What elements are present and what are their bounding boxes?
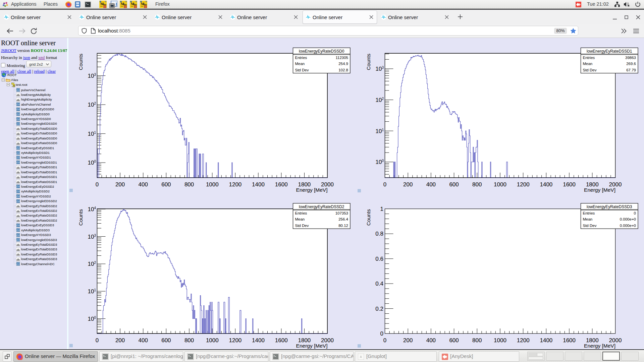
- svg-text:1600: 1600: [275, 181, 288, 188]
- svg-text:1000: 1000: [206, 181, 219, 188]
- svg-text:101: 101: [88, 131, 96, 137]
- svg-text:800: 800: [472, 337, 482, 344]
- svg-text:100: 100: [376, 159, 384, 165]
- svg-text:Entries: Entries: [295, 211, 307, 215]
- svg-text:Std Dev: Std Dev: [583, 224, 597, 228]
- svg-text:Energy [MeV]: Energy [MeV]: [296, 343, 328, 349]
- svg-text:Energy [MeV]: Energy [MeV]: [584, 343, 615, 349]
- svg-text:103: 103: [376, 66, 384, 72]
- svg-text:0: 0: [383, 337, 386, 344]
- svg-text:400: 400: [139, 337, 148, 344]
- svg-text:254.9: 254.9: [338, 62, 348, 66]
- svg-text:600: 600: [161, 337, 171, 344]
- svg-text:Entries: Entries: [583, 56, 595, 60]
- svg-text:103: 103: [88, 73, 96, 79]
- svg-text:256.4: 256.4: [338, 217, 348, 221]
- svg-text:0.6: 0.6: [375, 256, 383, 262]
- svg-text:200: 200: [115, 181, 125, 188]
- svg-text:1200: 1200: [229, 337, 241, 344]
- svg-text:Std Dev: Std Dev: [583, 68, 597, 72]
- svg-text:1000: 1000: [494, 337, 506, 344]
- svg-text:lowEnergyEyRateDSSD0: lowEnergyEyRateDSSD0: [299, 49, 344, 54]
- svg-text:104: 104: [88, 206, 96, 213]
- svg-text:1400: 1400: [252, 337, 265, 344]
- svg-text:400: 400: [426, 337, 436, 344]
- svg-text:Std Dev: Std Dev: [295, 224, 309, 228]
- svg-text:200: 200: [403, 181, 413, 188]
- svg-text:Counts: Counts: [366, 209, 371, 226]
- svg-text:400: 400: [426, 181, 436, 188]
- svg-text:1000: 1000: [494, 181, 506, 188]
- svg-text:1600: 1600: [563, 337, 576, 344]
- svg-text:0: 0: [96, 181, 99, 188]
- svg-text:1: 1: [380, 206, 383, 212]
- svg-text:1400: 1400: [540, 337, 552, 344]
- svg-text:0.4: 0.4: [375, 281, 383, 287]
- svg-text:Mean: Mean: [583, 62, 593, 66]
- svg-text:101: 101: [376, 128, 384, 134]
- svg-text:800: 800: [472, 181, 482, 188]
- svg-text:1000: 1000: [206, 337, 219, 344]
- svg-text:0: 0: [634, 211, 636, 215]
- svg-text:0: 0: [96, 337, 99, 344]
- svg-text:Mean: Mean: [295, 62, 305, 66]
- svg-text:101: 101: [88, 288, 96, 295]
- svg-text:80.12: 80.12: [338, 224, 348, 228]
- svg-text:Mean: Mean: [295, 217, 305, 221]
- svg-text:103: 103: [88, 234, 96, 240]
- svg-text:0: 0: [380, 330, 383, 337]
- svg-text:800: 800: [184, 337, 194, 344]
- svg-text:1600: 1600: [275, 337, 288, 344]
- svg-text:0.8: 0.8: [375, 231, 383, 237]
- svg-text:lowEnergyEyRateDSSD2: lowEnergyEyRateDSSD2: [299, 204, 344, 209]
- svg-text:800: 800: [184, 181, 194, 188]
- svg-text:lowEnergyEyRateDSSD3: lowEnergyEyRateDSSD3: [587, 204, 632, 209]
- svg-text:102.8: 102.8: [338, 68, 348, 72]
- svg-text:1400: 1400: [540, 181, 552, 188]
- svg-text:102: 102: [88, 102, 96, 108]
- svg-text:0.000e+0: 0.000e+0: [620, 217, 636, 221]
- svg-text:0.2: 0.2: [375, 306, 383, 312]
- svg-text:1200: 1200: [517, 337, 530, 344]
- svg-text:0: 0: [383, 181, 386, 188]
- svg-text:1200: 1200: [517, 181, 530, 188]
- svg-text:Std Dev: Std Dev: [295, 68, 309, 72]
- svg-text:67.79: 67.79: [626, 68, 636, 72]
- svg-text:1200: 1200: [229, 181, 241, 188]
- svg-text:lowEnergyEyRateDSSD1: lowEnergyEyRateDSSD1: [587, 49, 632, 54]
- svg-text:200: 200: [403, 337, 413, 344]
- svg-text:Counts: Counts: [366, 54, 371, 70]
- svg-text:600: 600: [449, 337, 459, 344]
- svg-text:0.000e+0: 0.000e+0: [620, 224, 636, 228]
- svg-text:269.6: 269.6: [626, 62, 636, 66]
- svg-text:Counts: Counts: [78, 54, 84, 70]
- svg-text:112305: 112305: [335, 56, 348, 60]
- svg-text:Mean: Mean: [583, 217, 593, 221]
- svg-text:200: 200: [115, 337, 125, 344]
- svg-text:1600: 1600: [563, 181, 576, 188]
- svg-text:Counts: Counts: [78, 209, 84, 226]
- svg-text:400: 400: [139, 181, 148, 188]
- svg-text:1400: 1400: [252, 181, 265, 188]
- svg-text:102: 102: [88, 261, 96, 267]
- svg-text:Entries: Entries: [583, 211, 595, 215]
- svg-text:102: 102: [376, 97, 384, 103]
- svg-text:107353: 107353: [335, 211, 348, 215]
- svg-text:100: 100: [88, 160, 96, 166]
- svg-text:600: 600: [449, 181, 459, 188]
- svg-text:Entries: Entries: [295, 56, 307, 60]
- svg-text:600: 600: [161, 181, 171, 188]
- svg-text:39863: 39863: [625, 56, 636, 60]
- svg-text:100: 100: [88, 316, 96, 322]
